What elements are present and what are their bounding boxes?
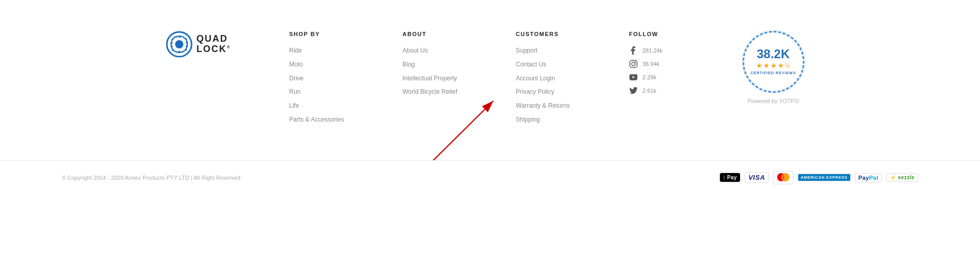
- customers-column: CUSTOMERS Support Contact Us Account Log…: [516, 31, 588, 129]
- about-title: ABOUT: [403, 31, 475, 37]
- svg-point-5: [631, 62, 635, 66]
- yotpo-badge-column: 38.2K ★★★★½ CERTIFIED REVIEWS Powered by…: [732, 31, 815, 104]
- footer-bottom: © Copyright 2014 - 2020 Annex Products P…: [0, 160, 980, 195]
- shop-by-title: SHOP BY: [289, 31, 362, 37]
- about-link-blog[interactable]: Blog: [403, 60, 475, 69]
- twitter-count: 2.61k: [643, 88, 657, 94]
- svg-rect-4: [630, 60, 637, 67]
- social-row-youtube[interactable]: 2.29k: [629, 73, 691, 81]
- powered-by-yotpo: Powered by YOTPO: [748, 98, 799, 104]
- visa-badge: VISA: [745, 172, 768, 183]
- copyright-text: © Copyright 2014 - 2020 Annex Products P…: [62, 175, 240, 181]
- social-row-twitter[interactable]: 2.61k: [629, 87, 691, 95]
- footer-wrapper: QUAD LOCK® SHOP BY Ride Moto Drive Run L…: [0, 0, 980, 195]
- svg-point-2: [175, 40, 183, 48]
- instagram-icon: [629, 60, 638, 68]
- badge-number: 38.2K: [757, 48, 789, 60]
- customers-link-privacy-policy[interactable]: Privacy Policy: [516, 88, 588, 96]
- about-link-world-bicycle-relief[interactable]: World Bicycle Relief: [403, 88, 475, 96]
- payment-icons:  Pay VISA AMERICAN EXPRESS PayPal ⚡ sez…: [719, 171, 918, 184]
- shop-link-drive[interactable]: Drive: [289, 74, 362, 83]
- logo-text-quad: QUAD: [197, 34, 231, 44]
- facebook-count: 281.24k: [643, 47, 663, 54]
- customers-title: CUSTOMERS: [516, 31, 588, 37]
- footer-logo[interactable]: QUAD LOCK®: [166, 31, 248, 58]
- footer-main: QUAD LOCK® SHOP BY Ride Moto Drive Run L…: [0, 0, 980, 160]
- twitter-icon: [629, 87, 638, 95]
- customers-link-shipping[interactable]: Shipping: [516, 115, 588, 124]
- about-link-intellectual-property[interactable]: Intellectual Property: [403, 74, 475, 83]
- shop-link-run[interactable]: Run: [289, 88, 362, 96]
- social-row-instagram[interactable]: 36.94k: [629, 60, 691, 68]
- about-link-about-us[interactable]: About Us: [403, 46, 475, 55]
- social-row-facebook[interactable]: 281.24k: [629, 46, 691, 55]
- apple-pay-badge:  Pay: [719, 173, 741, 182]
- customers-link-account-login[interactable]: Account Login: [516, 74, 588, 83]
- shop-link-life[interactable]: Life: [289, 101, 362, 110]
- certified-reviews-badge[interactable]: 38.2K ★★★★½ CERTIFIED REVIEWS: [743, 31, 804, 93]
- badge-certified-text: CERTIFIED REVIEWS: [750, 71, 796, 75]
- customers-link-warranty-returns[interactable]: Warranty & Returns: [516, 101, 588, 110]
- follow-column: FOLLOW 281.24k 36.94k: [629, 31, 691, 100]
- sezzle-badge: ⚡ sezzle: [886, 173, 918, 182]
- badge-stars: ★★★★½: [756, 61, 790, 70]
- follow-title: FOLLOW: [629, 31, 691, 37]
- svg-point-6: [635, 61, 636, 62]
- shop-link-moto[interactable]: Moto: [289, 60, 362, 69]
- youtube-count: 2.29k: [643, 74, 657, 80]
- footer-section: QUAD LOCK® SHOP BY Ride Moto Drive Run L…: [0, 0, 980, 160]
- shop-by-column: SHOP BY Ride Moto Drive Run Life Parts &…: [289, 31, 362, 129]
- facebook-icon: [629, 46, 638, 55]
- shop-link-parts[interactable]: Parts & Accessories: [289, 115, 362, 124]
- instagram-count: 36.94k: [643, 61, 660, 67]
- paypal-badge: PayPal: [855, 173, 882, 182]
- youtube-icon: [629, 73, 638, 81]
- shop-link-ride[interactable]: Ride: [289, 46, 362, 55]
- customers-link-contact-us[interactable]: Contact Us: [516, 60, 588, 69]
- about-column: ABOUT About Us Blog Intellectual Propert…: [403, 31, 475, 101]
- amex-badge: AMERICAN EXPRESS: [798, 174, 851, 181]
- mastercard-badge: [773, 171, 794, 184]
- quad-lock-logo-icon: [166, 31, 193, 58]
- logo-text-lock: LOCK®: [197, 44, 231, 55]
- customers-link-support[interactable]: Support: [516, 46, 588, 55]
